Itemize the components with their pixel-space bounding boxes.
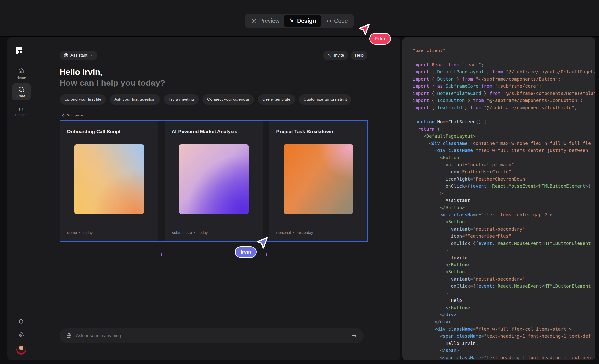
user-plus-icon <box>327 53 332 58</box>
suggested-cards-row: Onboarding Call ScriptDemoTodayAI-Powere… <box>60 121 367 241</box>
bell-icon[interactable] <box>18 318 24 325</box>
tab-design[interactable]: Design <box>284 15 321 27</box>
card-source: Demo <box>67 231 77 235</box>
chip-2[interactable]: Try a meeting <box>164 94 199 105</box>
cursor-filip-label: Filip <box>369 33 391 45</box>
sidebar-item-label: Reports <box>15 113 27 117</box>
card-gradient-thumbnail <box>179 144 249 214</box>
design-canvas: Home Chat Reports <box>7 37 400 360</box>
sidebar-item-label: Home <box>17 75 26 79</box>
sidebar-bottom <box>7 318 35 360</box>
cards-selection-rect: Onboarding Call ScriptDemoTodayAI-Powere… <box>60 120 368 242</box>
zap-icon <box>61 113 65 117</box>
sidebar-item-chat[interactable]: Chat <box>12 83 31 100</box>
template-card-1[interactable]: AI-Powered Market AnalysisSubframe AITod… <box>165 121 263 241</box>
arrow-right-icon[interactable] <box>351 333 357 339</box>
template-card-2[interactable]: Project Task BreakdownPersonalYesterday <box>269 121 367 241</box>
gear-icon[interactable] <box>18 331 24 338</box>
search-input[interactable] <box>76 333 347 338</box>
suggested-header: Suggested <box>61 113 85 117</box>
sidebar-item-home[interactable]: Home <box>12 65 31 82</box>
play-circle-icon <box>251 18 257 24</box>
chip-3[interactable]: Connect your calendar <box>202 94 254 105</box>
sidebar-nav: Home Chat Reports <box>9 65 33 119</box>
template-card-0[interactable]: Onboarding Call ScriptDemoToday <box>60 121 158 241</box>
card-title: Project Task Breakdown <box>276 129 361 134</box>
code-panel[interactable]: "use client"; import React from "react";… <box>402 37 595 360</box>
insert-indicator <box>161 253 162 256</box>
screen: Preview Design Code <box>0 0 599 364</box>
chat-icon <box>18 86 24 93</box>
greeting: Hello Irvin, How can I help you today? <box>60 66 165 88</box>
sidebar-item-label: Chat <box>17 94 25 98</box>
ask-search-bar <box>60 328 364 343</box>
chat-home-header: Assistant Invite Help <box>60 51 367 60</box>
card-meta: DemoToday <box>67 231 151 235</box>
tab-code[interactable]: Code <box>321 15 353 27</box>
cursor-filip: Filip <box>358 23 370 36</box>
help-button[interactable]: Help <box>351 51 367 60</box>
insert-indicator <box>266 253 267 256</box>
chat-home: Assistant Invite Help <box>60 37 367 360</box>
chip-5[interactable]: Customize an assistant <box>299 94 351 105</box>
app-sidebar: Home Chat Reports <box>7 37 35 360</box>
avatar[interactable] <box>16 345 26 355</box>
dot-separator <box>194 232 195 233</box>
tab-preview-label: Preview <box>259 18 279 24</box>
code-editor-content: "use client"; import React from "react";… <box>413 47 595 360</box>
chip-4[interactable]: Use a template <box>258 94 295 105</box>
card-time: Yesterday <box>297 231 313 235</box>
cursor-irvin: Irvin <box>256 236 268 249</box>
suggested-label: Suggested <box>67 113 85 117</box>
code-icon <box>326 18 332 24</box>
mode-switcher: Preview Design Code <box>245 14 354 28</box>
assistant-label: Assistant <box>70 53 87 58</box>
chip-1[interactable]: Ask your first question <box>110 94 160 105</box>
card-meta: PersonalYesterday <box>276 231 361 235</box>
card-time: Today <box>198 231 208 235</box>
tab-preview[interactable]: Preview <box>246 15 284 27</box>
sidebar-item-reports[interactable]: Reports <box>12 102 31 119</box>
dot-separator <box>79 232 80 233</box>
tab-code-label: Code <box>334 18 348 24</box>
design-cursor-icon <box>289 18 295 24</box>
chip-0[interactable]: Upload your first file <box>60 94 106 105</box>
card-title: Onboarding Call Script <box>67 129 151 134</box>
invite-button[interactable]: Invite <box>323 51 348 60</box>
globe-icon <box>66 333 72 339</box>
suggested-section: Suggested Onboarding Call ScriptDemoToda… <box>60 112 367 317</box>
tab-design-label: Design <box>297 18 316 24</box>
user-circle-icon <box>64 53 68 58</box>
greeting-line1: Hello Irvin, <box>60 66 165 77</box>
subframe-logo-icon <box>14 46 24 55</box>
dot-separator <box>293 232 294 233</box>
quick-action-chips: Upload your first fileAsk your first que… <box>60 94 351 105</box>
card-source: Subframe AI <box>172 231 192 235</box>
invite-label: Invite <box>334 53 344 58</box>
cursor-irvin-label: Irvin <box>235 246 257 258</box>
card-gradient-thumbnail <box>284 144 353 214</box>
reports-icon <box>18 105 24 111</box>
greeting-line2: How can I help you today? <box>60 77 165 88</box>
home-icon <box>18 67 24 74</box>
assistant-dropdown[interactable]: Assistant <box>60 51 97 60</box>
card-meta: Subframe AIToday <box>172 231 256 235</box>
card-gradient-thumbnail <box>74 144 144 214</box>
help-label: Help <box>355 53 364 58</box>
card-title: AI-Powered Market Analysis <box>172 129 256 134</box>
card-time: Today <box>83 231 93 235</box>
toolbar-divider <box>0 36 599 37</box>
chevron-down-icon <box>89 53 93 57</box>
card-source: Personal <box>276 231 291 235</box>
